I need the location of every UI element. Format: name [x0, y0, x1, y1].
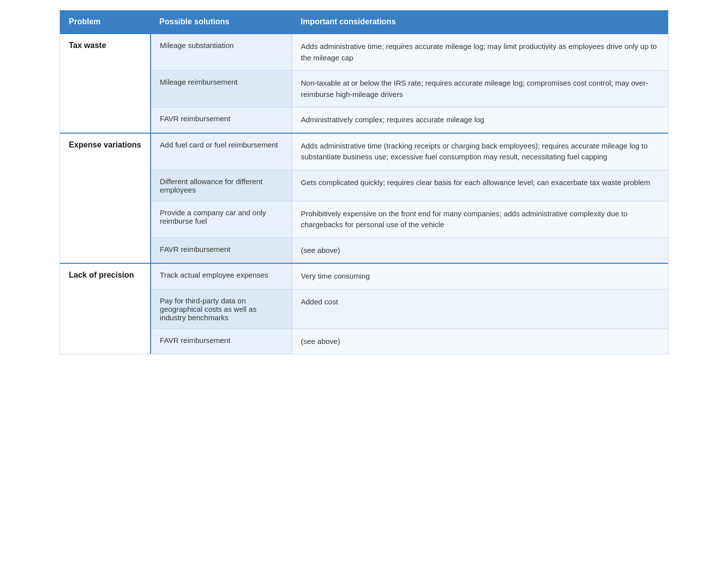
- solution-cell: Different allowance for different employ…: [151, 170, 292, 201]
- table-row: Expense variationsAdd fuel card or fuel …: [60, 133, 668, 170]
- table-row: Mileage reimbursementNon-taxable at or b…: [60, 71, 668, 107]
- table-row: Provide a company car and only reimburse…: [60, 201, 668, 238]
- solution-cell: Mileage reimbursement: [151, 71, 292, 107]
- solution-cell: Mileage substantiation: [151, 34, 292, 71]
- consideration-cell: Adds administrative time; requires accur…: [292, 34, 668, 71]
- solution-cell: Track actual employee expenses: [151, 263, 292, 289]
- solution-cell: FAVR reimbursement: [151, 238, 292, 263]
- table-row: Lack of precisionTrack actual employee e…: [60, 263, 668, 289]
- table-row: FAVR reimbursementAdministratively compl…: [60, 107, 668, 133]
- table-row: FAVR reimbursement(see above): [60, 238, 668, 263]
- consideration-cell: Adds administrative time (tracking recei…: [292, 133, 668, 170]
- consideration-cell: Added cost: [292, 289, 668, 329]
- problem-cell: Expense variations: [60, 133, 151, 264]
- consideration-cell: (see above): [292, 329, 668, 354]
- header-considerations: Important considerations: [292, 10, 668, 34]
- table-body: Tax wasteMileage substantiationAdds admi…: [60, 34, 668, 354]
- consideration-cell: (see above): [292, 238, 668, 263]
- consideration-cell: Non-taxable at or below the IRS rate; re…: [292, 71, 668, 107]
- table-row: Different allowance for different employ…: [60, 170, 668, 201]
- header-problem: Problem: [60, 10, 151, 34]
- consideration-cell: Prohibitively expensive on the front end…: [292, 201, 668, 238]
- problem-cell: Lack of precision: [60, 263, 151, 354]
- data-table: Problem Possible solutions Important con…: [60, 10, 668, 354]
- solution-cell: Provide a company car and only reimburse…: [151, 201, 292, 238]
- table-row: Tax wasteMileage substantiationAdds admi…: [60, 34, 668, 71]
- table-row: FAVR reimbursement(see above): [60, 329, 668, 354]
- table-row: Pay for third-party data on geographical…: [60, 289, 668, 329]
- main-table-wrapper: Problem Possible solutions Important con…: [59, 10, 669, 354]
- table-header-row: Problem Possible solutions Important con…: [60, 10, 668, 34]
- solution-cell: Pay for third-party data on geographical…: [151, 289, 292, 329]
- consideration-cell: Administratively complex; requires accur…: [292, 107, 668, 133]
- problem-cell: Tax waste: [60, 34, 151, 133]
- solution-cell: FAVR reimbursement: [151, 329, 292, 354]
- solution-cell: FAVR reimbursement: [151, 107, 292, 133]
- consideration-cell: Gets complicated quickly; requires clear…: [292, 170, 668, 201]
- consideration-cell: Very time consuming: [292, 263, 668, 289]
- header-solutions: Possible solutions: [151, 10, 292, 34]
- solution-cell: Add fuel card or fuel reimbursement: [151, 133, 292, 170]
